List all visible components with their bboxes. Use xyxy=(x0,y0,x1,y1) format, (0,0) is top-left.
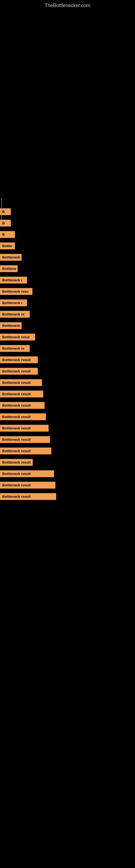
list-item: Bottleneck result xyxy=(0,400,135,410)
bottleneck-result-label: B xyxy=(0,231,15,238)
bottleneck-result-label: Bottlene xyxy=(0,265,17,272)
list-item: Bottleneck resul xyxy=(0,332,135,342)
list-item: Bottleneck result xyxy=(0,377,135,388)
list-item: Bottleneck result xyxy=(0,366,135,376)
bottleneck-result-label: Bottleneck result xyxy=(0,447,51,454)
list-item: B xyxy=(0,207,135,217)
list-item: Bottleneck result xyxy=(0,446,135,456)
bottleneck-result-label: Bottleneck result xyxy=(0,391,43,397)
list-item: Bottle xyxy=(0,241,135,251)
bottleneck-result-label: Bottleneck result xyxy=(0,413,46,420)
bottleneck-items-container: BBBBottleBottleneckBottleneBottleneck rB… xyxy=(0,201,135,501)
bottleneck-result-label: Bottleneck r xyxy=(0,300,27,306)
bottleneck-result-label: Bottleneck xyxy=(0,254,21,261)
bottleneck-result-label: Bottleneck re xyxy=(0,311,30,318)
bottleneck-result-label: Bottleneck result xyxy=(0,425,49,432)
chart-area xyxy=(0,11,135,201)
site-title: TheBottlenecker.com xyxy=(0,0,135,11)
list-item: Bottleneck r xyxy=(0,298,135,308)
list-item: Bottleneck xyxy=(0,252,135,262)
list-item: Bottleneck re xyxy=(0,343,135,353)
list-item: Bottleneck r xyxy=(0,275,135,285)
list-item: Bottleneck result xyxy=(0,423,135,433)
bottleneck-result-label: Bottleneck result xyxy=(0,436,50,443)
list-item: Bottleneck result xyxy=(0,389,135,399)
list-item: Bottleneck result xyxy=(0,480,135,490)
list-item: Bottleneck result xyxy=(0,457,135,467)
vertical-line xyxy=(1,198,2,220)
bottleneck-result-label: Bottleneck result xyxy=(0,356,38,363)
list-item: B xyxy=(0,218,135,228)
bottleneck-result-label: Bottleneck resul xyxy=(0,334,35,340)
bottleneck-result-label: Bottleneck result xyxy=(0,482,55,489)
bottleneck-result-label: Bottleneck xyxy=(0,322,21,329)
site-title-container: TheBottlenecker.com xyxy=(0,0,135,11)
bottleneck-result-label: Bottleneck r xyxy=(0,277,27,283)
list-item: B xyxy=(0,229,135,240)
list-item: Bottleneck result xyxy=(0,354,135,365)
bottleneck-result-label: Bottleneck result xyxy=(0,402,45,409)
list-item: Bottleneck result xyxy=(0,411,135,422)
list-item: Bottlene xyxy=(0,264,135,274)
bottleneck-result-label: Bottleneck result xyxy=(0,379,42,386)
bottleneck-result-label: Bottleneck re xyxy=(0,345,30,352)
bottleneck-result-label: Bottleneck resu xyxy=(0,288,32,295)
bottleneck-result-label: Bottleneck result xyxy=(0,368,38,375)
list-item: Bottleneck result xyxy=(0,434,135,444)
bottleneck-result-label: Bottleneck result xyxy=(0,493,56,500)
list-item: Bottleneck resu xyxy=(0,286,135,297)
list-item: Bottleneck re xyxy=(0,309,135,319)
list-item: Bottleneck result xyxy=(0,468,135,479)
list-item: Bottleneck xyxy=(0,320,135,331)
list-item: Bottleneck result xyxy=(0,491,135,501)
bottleneck-result-label: B xyxy=(0,220,11,226)
bottleneck-result-label: Bottleneck result xyxy=(0,470,54,477)
bottleneck-result-label: Bottleneck result xyxy=(0,459,33,466)
bottleneck-result-label: Bottle xyxy=(0,243,15,249)
